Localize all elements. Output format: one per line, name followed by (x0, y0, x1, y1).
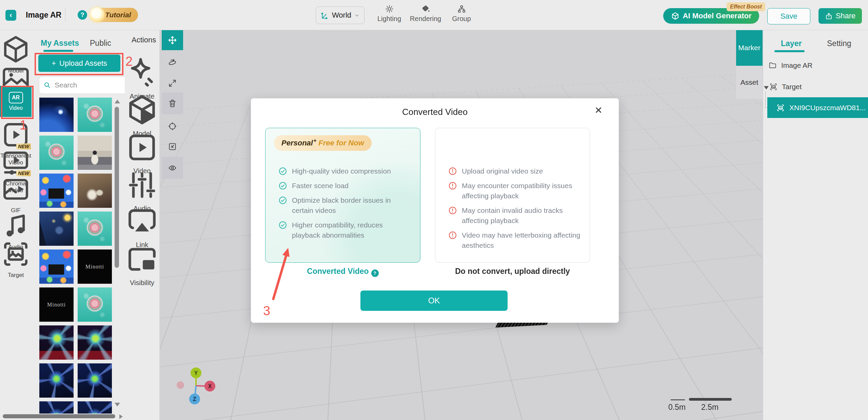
axis-z-label: Z (193, 396, 196, 402)
share-button[interactable]: Share (818, 8, 862, 24)
move-tool-active[interactable] (162, 30, 183, 50)
plan-plus: + (313, 138, 316, 144)
check-icon (278, 181, 287, 191)
layer-row-scene[interactable]: Image AR (768, 61, 812, 70)
ok-button[interactable]: OK (360, 291, 508, 311)
tab-layer[interactable]: Layer (781, 39, 802, 48)
layer-row-target[interactable]: Target (769, 82, 802, 91)
tutorial-button[interactable]: Tutorial (91, 8, 138, 22)
asset-thumbnail[interactable] (39, 136, 74, 170)
close-icon[interactable]: ✕ (595, 106, 603, 115)
trash-icon (168, 99, 177, 108)
help-button[interactable]: ? (78, 10, 87, 20)
benefit-text: High-quality video compression (292, 166, 391, 176)
warning-icon (448, 166, 457, 176)
benefit-list: High-quality video compression Faster sc… (278, 166, 411, 245)
scroll-down-arrow[interactable] (115, 403, 120, 406)
back-button[interactable]: ‹ (5, 10, 16, 21)
delete-tool[interactable] (162, 93, 183, 114)
warning-text: Video may have letterboxing affecting ae… (462, 230, 581, 251)
benefit-text: Higher compatibility, reduces playback a… (292, 220, 411, 240)
annotation-arrow (261, 242, 298, 307)
tab-marker-active[interactable]: Marker (736, 30, 763, 66)
annotation-box-upload (35, 53, 123, 75)
warning-text: May encounter compatibility issues affec… (462, 181, 581, 201)
picture-in-picture-icon (125, 242, 159, 277)
asset-thumbnail[interactable] (78, 136, 112, 170)
asset-thumbnail[interactable] (39, 363, 74, 398)
asset-grid: MinottiMinotti (39, 98, 112, 414)
rendering-button[interactable]: Rendering (408, 4, 443, 26)
plan-badge: Personal + Free for Now (274, 135, 372, 151)
plan-name: Personal (281, 139, 313, 147)
tab-asset[interactable]: Asset (736, 66, 763, 99)
warning-item: Upload original video size (448, 166, 581, 176)
annotation-step-1: 1 (20, 118, 27, 133)
benefit-item: Higher compatibility, reduces playback a… (278, 220, 411, 240)
tab-public[interactable]: Public (90, 39, 111, 48)
asset-thumbnail[interactable] (39, 212, 74, 246)
thumbnail-label: Minotti (85, 264, 104, 270)
asset-thumbnail[interactable]: Minotti (39, 287, 74, 322)
upload-directly-option-card[interactable]: Upload original video size May encounter… (435, 128, 590, 263)
collapse-triangle-icon[interactable] (764, 86, 769, 89)
sidebar-item-target[interactable]: Target (0, 238, 32, 279)
rotate-3d-icon (168, 58, 177, 67)
asset-thumbnail[interactable] (39, 401, 74, 414)
cube-icon (0, 34, 32, 65)
search-input[interactable] (54, 81, 113, 89)
search-box (39, 76, 129, 94)
lighting-button[interactable]: Lighting (372, 4, 407, 26)
focus-tool[interactable] (162, 119, 183, 134)
scroll-right-arrow[interactable] (119, 414, 123, 419)
warning-item: May contain invalid audio tracks affecti… (448, 205, 581, 226)
active-tab-underline (43, 50, 73, 52)
save-button[interactable]: Save (767, 8, 810, 24)
axis-y-label: Y (194, 370, 198, 376)
asset-thumbnail[interactable] (78, 212, 112, 246)
scale-tool[interactable] (162, 76, 183, 91)
asset-thumbnail[interactable] (78, 98, 112, 132)
play-square-icon (125, 130, 159, 165)
vertical-scrollbar[interactable] (115, 107, 119, 268)
page-title: Image AR (26, 11, 61, 20)
action-visibility[interactable]: Visibility (125, 242, 159, 287)
tab-setting[interactable]: Setting (827, 39, 851, 48)
world-label: World (332, 11, 351, 20)
asset-thumbnail[interactable] (78, 174, 112, 208)
warning-text: May contain invalid audio tracks affecti… (462, 205, 581, 226)
group-button[interactable]: Group (444, 4, 479, 26)
asset-thumbnail[interactable] (78, 363, 112, 398)
axis-neg-x-handle[interactable] (177, 381, 184, 389)
crosshair-icon (168, 122, 177, 131)
asset-thumbnail[interactable]: Minotti (78, 249, 112, 284)
modal-title: Converted Video (251, 107, 619, 117)
chevron-down-icon (354, 13, 360, 18)
new-badge: NEW (16, 143, 31, 149)
world-space-dropdown[interactable]: World (316, 6, 364, 24)
asset-thumbnail[interactable] (78, 401, 112, 414)
layer-row-video-selected[interactable]: XNI9CUpszcmaWD81... (767, 97, 868, 118)
asset-thumbnail[interactable] (78, 325, 112, 360)
axes-icon (320, 11, 329, 20)
rotate-tool[interactable] (162, 55, 183, 70)
asset-thumbnail[interactable] (39, 325, 74, 360)
tab-my-assets[interactable]: My Assets (41, 39, 79, 48)
lighting-label: Lighting (377, 15, 401, 23)
scale-large-label: 2.5m (701, 403, 718, 412)
fit-view-tool[interactable] (162, 139, 183, 154)
sidebar-item-label: Target (0, 272, 32, 279)
warning-icon (448, 230, 457, 251)
scroll-up-arrow[interactable] (115, 100, 120, 103)
asset-thumbnail[interactable] (39, 98, 74, 132)
sidebar-item-gif[interactable]: NEW GIF (0, 174, 32, 214)
visibility-tool[interactable] (162, 157, 183, 179)
asset-thumbnail[interactable] (39, 249, 74, 284)
help-icon[interactable]: ? (371, 269, 379, 277)
horizontal-scrollbar[interactable] (3, 414, 115, 418)
ok-label: OK (428, 296, 440, 305)
axis-gizmo[interactable]: Y X Z (176, 365, 218, 408)
asset-thumbnail[interactable] (78, 287, 112, 322)
asset-thumbnail[interactable] (39, 174, 74, 208)
lightbulb-icon (90, 7, 104, 22)
